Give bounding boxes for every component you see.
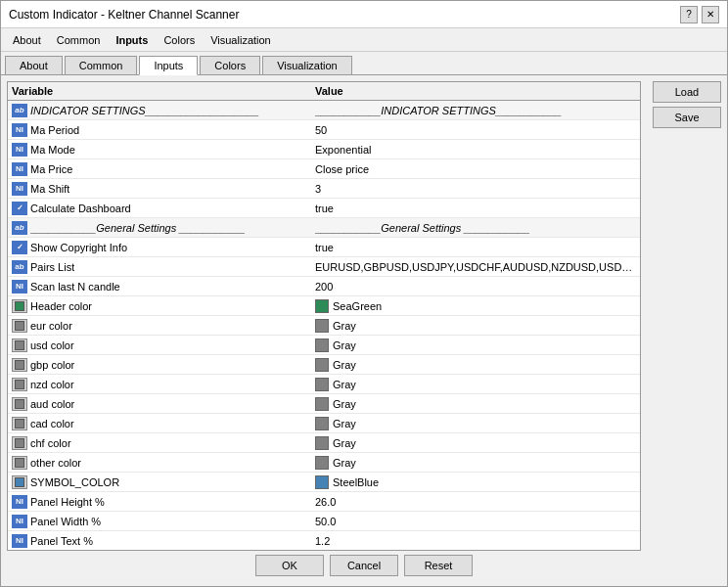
cell-value-8: EURUSD,GBPUSD,USDJPY,USDCHF,AUDUSD,NZDUS… bbox=[311, 259, 640, 275]
cell-variable-4: NIMa Shift bbox=[8, 180, 311, 198]
table-row[interactable]: cad colorGray bbox=[8, 414, 640, 433]
title-bar: Custom Indicator - Keltner Channel Scann… bbox=[1, 1, 727, 28]
table-body: abINDICATOR SETTINGS____________________… bbox=[8, 101, 640, 551]
variable-label: other color bbox=[30, 457, 81, 469]
table-row[interactable]: usd colorGray bbox=[8, 336, 640, 355]
ni-icon: NI bbox=[12, 495, 27, 509]
tab-colors[interactable]: Colors bbox=[200, 56, 260, 74]
color-icon bbox=[12, 436, 27, 450]
ni-icon: NI bbox=[12, 123, 27, 137]
variable-label: Ma Price bbox=[30, 163, 72, 175]
cell-variable-21: NIPanel Width % bbox=[8, 513, 311, 530]
cell-value-14: Gray bbox=[311, 376, 640, 393]
close-button[interactable]: ✕ bbox=[702, 6, 719, 23]
cell-value-9: 200 bbox=[311, 279, 640, 294]
color-swatch bbox=[315, 339, 329, 352]
value-label: ___________General Settings ___________ bbox=[315, 222, 530, 234]
tab-about[interactable]: About bbox=[5, 56, 63, 74]
menu-item-inputs[interactable]: Inputs bbox=[108, 32, 156, 48]
cell-variable-22: NIPanel Text % bbox=[8, 532, 311, 550]
flag-icon: ✓ bbox=[12, 241, 27, 254]
variable-label: Show Copyright Info bbox=[30, 242, 127, 253]
cell-value-21: 50.0 bbox=[311, 514, 640, 529]
color-icon bbox=[12, 319, 27, 333]
value-label: 50 bbox=[315, 124, 327, 136]
cell-value-2: Exponential bbox=[311, 142, 640, 158]
ab-icon: ab bbox=[12, 221, 27, 235]
cell-variable-17: chf color bbox=[8, 434, 311, 452]
table-row[interactable]: ✓Calculate Dashboardtrue bbox=[8, 199, 640, 218]
table-row[interactable]: NIPanel Width %50.0 bbox=[8, 512, 640, 531]
table-row[interactable]: NIMa Shift3 bbox=[8, 179, 640, 199]
table-row[interactable]: ✓Show Copyright Infotrue bbox=[8, 238, 640, 257]
ab-icon: ab bbox=[12, 104, 27, 117]
menu-item-colors[interactable]: Colors bbox=[156, 32, 203, 48]
table-row[interactable]: Header colorSeaGreen bbox=[8, 296, 640, 316]
table-row[interactable]: SYMBOL_COLORSteelBlue bbox=[8, 473, 640, 492]
variable-label: Panel Width % bbox=[30, 516, 101, 527]
color-name-label: Gray bbox=[333, 379, 356, 390]
variable-label: SYMBOL_COLOR bbox=[30, 476, 119, 488]
color-name-label: Gray bbox=[333, 457, 356, 469]
table-row[interactable]: other colorGray bbox=[8, 453, 640, 473]
table-row[interactable]: abPairs ListEURUSD,GBPUSD,USDJPY,USDCHF,… bbox=[8, 257, 640, 277]
save-button[interactable]: Save bbox=[653, 107, 721, 128]
cell-variable-8: abPairs List bbox=[8, 258, 311, 276]
table-row[interactable]: chf colorGray bbox=[8, 433, 640, 453]
cell-value-18: Gray bbox=[311, 454, 640, 472]
table-row[interactable]: NIPanel Text %1.2 bbox=[8, 531, 640, 551]
color-swatch bbox=[315, 299, 329, 313]
table-row[interactable]: NIScan last N candle200 bbox=[8, 277, 640, 296]
color-swatch bbox=[315, 358, 329, 372]
color-icon bbox=[12, 299, 27, 313]
table-row[interactable]: gbp colorGray bbox=[8, 355, 640, 375]
color-name-label: Gray bbox=[333, 339, 356, 351]
cell-value-22: 1.2 bbox=[311, 533, 640, 549]
table-header: Variable Value bbox=[8, 82, 640, 101]
color-name-label: Gray bbox=[333, 418, 356, 429]
value-label: 1.2 bbox=[315, 535, 330, 547]
menu-item-common[interactable]: Common bbox=[49, 32, 109, 48]
menu-item-visualization[interactable]: Visualization bbox=[203, 32, 279, 48]
ni-icon: NI bbox=[12, 143, 27, 157]
color-icon bbox=[12, 378, 27, 391]
variable-label: cad color bbox=[30, 418, 74, 429]
table-row[interactable]: NIMa PriceClose price bbox=[8, 159, 640, 179]
value-label: true bbox=[315, 203, 334, 214]
table-row[interactable]: ab___________General Settings __________… bbox=[8, 218, 640, 238]
side-buttons-panel: Load Save bbox=[653, 81, 721, 551]
variable-label: gbp color bbox=[30, 359, 74, 371]
table-row[interactable]: abINDICATOR SETTINGS____________________… bbox=[8, 101, 640, 120]
table-row[interactable]: aud colorGray bbox=[8, 394, 640, 414]
tab-inputs[interactable]: Inputs bbox=[139, 56, 198, 75]
cell-variable-18: other color bbox=[8, 454, 311, 472]
cell-variable-6: ab___________General Settings __________… bbox=[8, 219, 311, 237]
table-row[interactable]: NIMa ModeExponential bbox=[8, 140, 640, 159]
ok-button[interactable]: OK bbox=[255, 555, 324, 576]
cell-value-4: 3 bbox=[311, 181, 640, 197]
color-swatch bbox=[315, 436, 329, 450]
menu-item-about[interactable]: About bbox=[5, 32, 49, 48]
settings-table: Variable Value abINDICATOR SETTINGS_____… bbox=[7, 81, 641, 551]
cell-value-10: SeaGreen bbox=[311, 297, 640, 315]
cell-variable-19: SYMBOL_COLOR bbox=[8, 474, 311, 491]
cell-variable-2: NIMa Mode bbox=[8, 141, 311, 158]
reset-button[interactable]: Reset bbox=[404, 555, 473, 576]
table-row[interactable]: eur colorGray bbox=[8, 316, 640, 336]
header-variable: Variable bbox=[12, 85, 315, 97]
help-button[interactable]: ? bbox=[680, 6, 698, 23]
table-row[interactable]: NIPanel Height %26.0 bbox=[8, 492, 640, 512]
cell-value-0: ___________INDICATOR SETTINGS___________ bbox=[311, 103, 640, 118]
load-button[interactable]: Load bbox=[653, 81, 721, 103]
cancel-button[interactable]: Cancel bbox=[330, 555, 398, 576]
variable-label: nzd color bbox=[30, 379, 74, 390]
cell-value-5: true bbox=[311, 201, 640, 216]
ni-icon: NI bbox=[12, 515, 27, 528]
variable-label: INDICATOR SETTINGS___________________ bbox=[30, 105, 259, 116]
table-row[interactable]: NIMa Period50 bbox=[8, 120, 640, 140]
table-row[interactable]: nzd colorGray bbox=[8, 375, 640, 394]
tab-common[interactable]: Common bbox=[65, 56, 138, 74]
value-label: ___________INDICATOR SETTINGS___________ bbox=[315, 105, 562, 116]
window-title: Custom Indicator - Keltner Channel Scann… bbox=[9, 8, 239, 22]
tab-visualization[interactable]: Visualization bbox=[262, 56, 352, 74]
